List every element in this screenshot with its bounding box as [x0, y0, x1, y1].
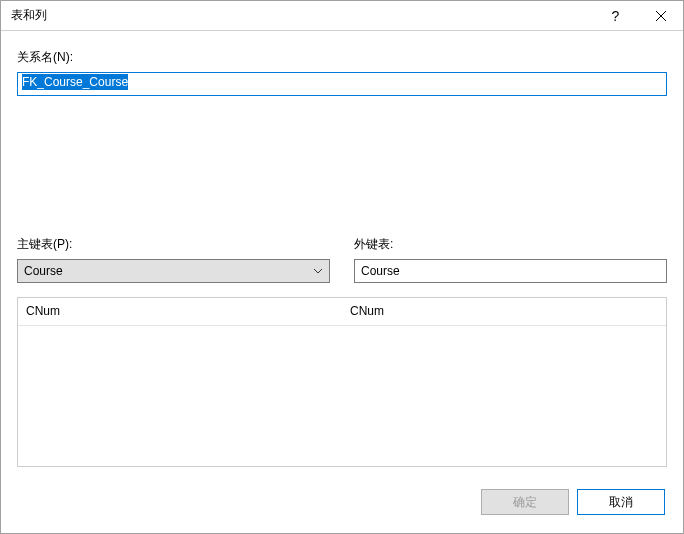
relation-name-label: 关系名(N):: [17, 49, 667, 66]
foreign-table-value: Course: [361, 264, 400, 278]
columns-table: CNum CNum: [17, 297, 667, 468]
primary-table-dropdown[interactable]: Course: [17, 259, 330, 283]
chevron-down-icon: [313, 266, 323, 276]
primary-table-value: Course: [24, 264, 63, 278]
close-button[interactable]: [638, 1, 683, 31]
relation-name-value: FK_Course_Course: [22, 74, 128, 90]
dialog-content: 关系名(N): FK_Course_Course 主键表(P): Course …: [1, 31, 683, 477]
table-row[interactable]: CNum CNum: [18, 298, 666, 326]
ok-button[interactable]: 确定: [481, 489, 569, 515]
dialog-footer: 确定 取消: [1, 477, 683, 533]
primary-column-cell[interactable]: CNum: [18, 298, 342, 325]
close-icon: [656, 11, 666, 21]
cancel-button[interactable]: 取消: [577, 489, 665, 515]
help-icon: ?: [612, 8, 620, 24]
relation-name-input[interactable]: FK_Course_Course: [17, 72, 667, 96]
window-title: 表和列: [11, 7, 593, 24]
help-button[interactable]: ?: [593, 1, 638, 31]
foreign-column-cell[interactable]: CNum: [342, 298, 666, 325]
title-bar: 表和列 ?: [1, 1, 683, 31]
primary-table-label: 主键表(P):: [17, 236, 330, 253]
foreign-table-label: 外键表:: [354, 236, 667, 253]
foreign-table-field: Course: [354, 259, 667, 283]
